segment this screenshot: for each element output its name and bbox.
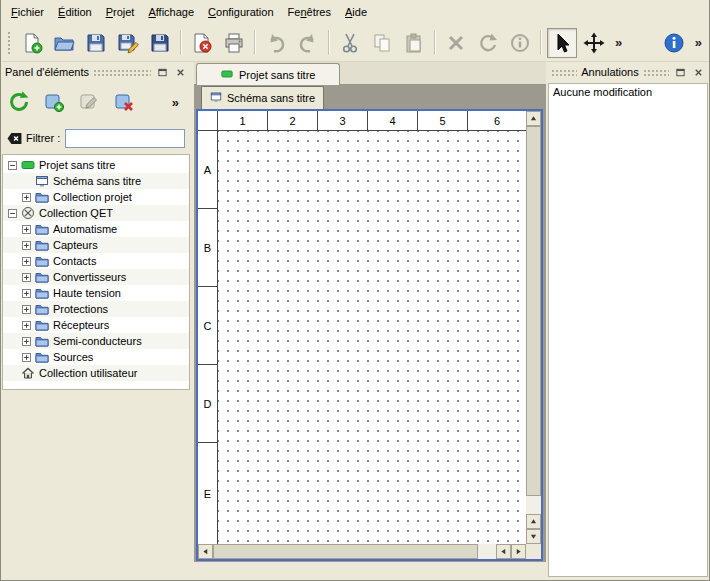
dock-close-button[interactable]	[173, 65, 187, 79]
scroll-up-button[interactable]	[526, 111, 541, 126]
expand-expander-icon[interactable]	[22, 241, 31, 250]
menu-projet[interactable]: Projet	[99, 3, 142, 21]
save-as-button[interactable]	[113, 28, 143, 58]
elements-panel-titlebar[interactable]: Panel d'éléments	[2, 64, 190, 80]
scroll-right-button[interactable]	[511, 544, 526, 559]
edit-element-button[interactable]	[75, 88, 103, 116]
new-element-button[interactable]	[40, 88, 68, 116]
select-mode-button[interactable]	[547, 28, 577, 58]
tree-item-recepteurs[interactable]: Récepteurs	[3, 317, 189, 333]
expand-expander-icon[interactable]	[22, 337, 31, 346]
tree-item-schema-sans-titre[interactable]: Schéma sans titre	[3, 173, 189, 189]
paste-button[interactable]	[399, 28, 429, 58]
tab-projet-sans-titre[interactable]: Projet sans titre	[196, 63, 340, 85]
new-document-button[interactable]	[17, 28, 47, 58]
qet-collection-icon	[21, 206, 35, 220]
tree-item-label: Capteurs	[53, 239, 98, 251]
close-document-button[interactable]	[187, 28, 217, 58]
rotate-button[interactable]	[473, 28, 503, 58]
cut-button[interactable]	[335, 28, 365, 58]
menu-configuration[interactable]: Configuration	[201, 3, 280, 21]
scroll-up-button-2[interactable]	[526, 514, 541, 529]
tree-item-contacts[interactable]: Contacts	[3, 253, 189, 269]
tree-item-label: Collection projet	[53, 191, 132, 203]
tree-item-collection-projet[interactable]: Collection projet	[3, 189, 189, 205]
toolbar-overflow-button[interactable]: »	[611, 28, 626, 58]
menu-edition[interactable]: Édition	[51, 3, 99, 21]
dock-grip[interactable]	[93, 68, 151, 76]
arrow-up-icon	[530, 518, 537, 525]
menu-aide[interactable]: Aide	[338, 3, 374, 21]
redo-button[interactable]	[293, 28, 323, 58]
menu-affichage[interactable]: Affichage	[141, 3, 201, 21]
dock-float-button[interactable]	[155, 65, 169, 79]
menu-fenetres[interactable]: Fenêtres	[281, 3, 338, 21]
delete-button[interactable]	[441, 28, 471, 58]
tree-item-projet-sans-titre[interactable]: Projet sans titre	[3, 157, 189, 173]
diagram-window: 1 2 3 4 5 6 A B C D E	[196, 109, 543, 561]
scroll-down-button[interactable]	[526, 529, 541, 544]
delete-element-button[interactable]	[110, 88, 138, 116]
print-button[interactable]	[219, 28, 249, 58]
dock-grip[interactable]	[551, 68, 577, 76]
filter-row: Filtrer :	[2, 128, 190, 148]
tree-item-protections[interactable]: Protections	[3, 301, 189, 317]
save-all-icon	[149, 32, 171, 54]
expand-expander-icon[interactable]	[22, 353, 31, 362]
pan-mode-button[interactable]	[579, 28, 609, 58]
expand-expander-icon[interactable]	[22, 321, 31, 330]
save-all-button[interactable]	[145, 28, 175, 58]
tree-item-capteurs[interactable]: Capteurs	[3, 237, 189, 253]
dock-close-button[interactable]	[691, 65, 705, 79]
expand-expander-icon[interactable]	[22, 193, 31, 202]
collapse-expander-icon[interactable]	[8, 209, 17, 218]
collapse-expander-icon[interactable]	[8, 161, 17, 170]
vertical-scrollbar[interactable]	[526, 111, 541, 544]
tree-item-convertisseurs[interactable]: Convertisseurs	[3, 269, 189, 285]
panel-toolbar-overflow-button[interactable]: »	[168, 87, 183, 117]
dock-grip[interactable]	[643, 68, 669, 76]
diagram-canvas[interactable]	[218, 131, 526, 544]
expand-expander-icon[interactable]	[22, 225, 31, 234]
info-toolbar-overflow-button[interactable]: »	[691, 28, 706, 58]
horizontal-scrollbar-thumb[interactable]	[213, 544, 478, 559]
menu-fichier[interactable]: Fichier	[4, 3, 51, 21]
expand-expander-icon[interactable]	[22, 257, 31, 266]
filter-input[interactable]	[65, 129, 185, 148]
undo-button[interactable]	[261, 28, 291, 58]
elements-tree[interactable]: Projet sans titre Schéma sans titre Coll…	[2, 154, 190, 390]
save-button[interactable]	[81, 28, 111, 58]
redo-icon	[297, 32, 319, 54]
scroll-left-button-2[interactable]	[496, 544, 511, 559]
schema-icon	[35, 174, 49, 188]
tree-item-haute-tension[interactable]: Haute tension	[3, 285, 189, 301]
float-icon	[675, 67, 686, 78]
scroll-left-button[interactable]	[198, 544, 213, 559]
toolbar-handle[interactable]	[7, 31, 12, 55]
tab-schema-sans-titre[interactable]: Schéma sans titre	[201, 86, 324, 109]
clear-filter-button[interactable]	[7, 131, 21, 145]
new-element-icon	[43, 91, 65, 113]
copy-button[interactable]	[367, 28, 397, 58]
expand-expander-icon[interactable]	[22, 289, 31, 298]
reload-collections-button[interactable]	[5, 88, 33, 116]
tree-item-label: Collection utilisateur	[39, 367, 137, 379]
horizontal-scrollbar[interactable]	[198, 544, 526, 559]
tree-item-sources[interactable]: Sources	[3, 349, 189, 365]
print-icon	[223, 32, 245, 54]
edit-element-icon	[78, 91, 100, 113]
dock-float-button[interactable]	[673, 65, 687, 79]
vertical-scrollbar-thumb[interactable]	[526, 126, 541, 496]
undo-dock-titlebar[interactable]: Annulations	[548, 64, 708, 80]
tree-item-collection-qet[interactable]: Collection QET	[3, 205, 189, 221]
open-project-button[interactable]	[49, 28, 79, 58]
expand-expander-icon[interactable]	[22, 273, 31, 282]
undo-history-list[interactable]: Aucune modification	[548, 83, 708, 577]
tree-item-automatisme[interactable]: Automatisme	[3, 221, 189, 237]
elements-panel-toolbar: »	[2, 86, 190, 118]
expand-expander-icon[interactable]	[22, 305, 31, 314]
about-button[interactable]	[659, 28, 689, 58]
tree-item-semi-conducteurs[interactable]: Semi-conducteurs	[3, 333, 189, 349]
tree-item-collection-utilisateur[interactable]: Collection utilisateur	[3, 365, 189, 381]
element-info-button[interactable]	[505, 28, 535, 58]
